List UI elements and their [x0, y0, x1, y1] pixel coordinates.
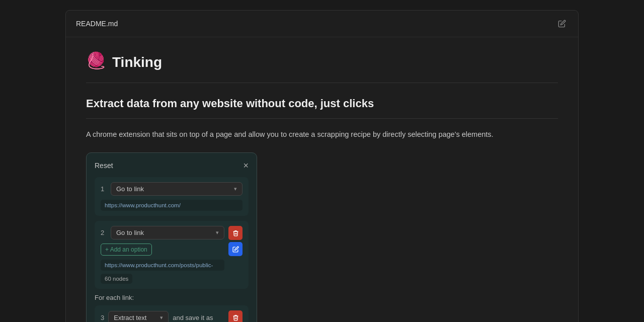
add-option-button[interactable]: + Add an option	[101, 244, 152, 256]
step-1-dropdown[interactable]: Go to link ▾	[111, 182, 243, 196]
step-2-row: 2 Go to link ▾ + Add an option https://w…	[95, 221, 249, 289]
ext-header: Reset ×	[95, 161, 249, 170]
step-1-top: 1 Go to link ▾	[101, 182, 243, 196]
nodes-badge: 60 nodes	[101, 274, 132, 284]
for-each-label: For each link:	[95, 294, 249, 301]
content-area: 🧶 Tinking Extract data from any website …	[66, 37, 578, 322]
edit-file-button[interactable]	[556, 18, 568, 30]
step-3-dropdown-label: Extract text	[114, 314, 146, 321]
reset-button[interactable]: Reset	[95, 162, 113, 170]
step-1-dropdown-label: Go to link	[116, 185, 144, 193]
step-3-dropdown[interactable]: Extract text ▾	[108, 311, 169, 322]
title-divider	[86, 83, 558, 83]
step-1-url: https://www.producthunt.com/	[101, 200, 243, 211]
file-name: README.md	[76, 20, 118, 28]
description-text: A chrome extension that sits on top of a…	[86, 129, 558, 140]
heading-divider	[86, 118, 558, 119]
step-2-edit-button[interactable]	[228, 242, 243, 256]
step-2-chevron-icon: ▾	[216, 229, 219, 236]
step-2-content: 2 Go to link ▾ + Add an option https://w…	[101, 226, 243, 284]
step-2-left: 2 Go to link ▾ + Add an option https://w…	[101, 226, 224, 284]
close-button[interactable]: ×	[243, 161, 249, 170]
step-3-row: 3 Extract text ▾ and save it as	[95, 305, 249, 322]
step-1-chevron-icon: ▾	[234, 186, 237, 192]
app-logo: 🧶	[86, 52, 106, 72]
app-title: Tinking	[112, 54, 162, 70]
step-1-row: 1 Go to link ▾ https://www.producthunt.c…	[95, 177, 249, 216]
step-2-delete-button[interactable]	[228, 226, 243, 240]
main-heading: Extract data from any website without co…	[86, 97, 558, 110]
step-2-url: https://www.producthunt.com/posts/public…	[101, 260, 224, 271]
extension-preview: Reset × 1 Go to link ▾ https://www.produ…	[86, 152, 257, 322]
step-2-dropdown[interactable]: Go to link ▾	[111, 226, 224, 239]
file-header: README.md	[66, 11, 578, 37]
step-3-delete-button[interactable]	[228, 310, 243, 322]
main-card: README.md 🧶 Tinking Extract data from an…	[65, 10, 579, 322]
step-1-num: 1	[101, 185, 107, 193]
and-save-text: and save it as	[173, 314, 224, 321]
step-3-chevron-icon: ▾	[160, 314, 163, 321]
step-2-num: 2	[101, 229, 107, 236]
step-3-num: 3	[101, 314, 104, 321]
step-2-top: 2 Go to link ▾	[101, 226, 224, 239]
app-title-row: 🧶 Tinking	[86, 52, 558, 72]
step-2-dropdown-label: Go to link	[116, 229, 144, 236]
step-2-actions	[228, 226, 243, 284]
